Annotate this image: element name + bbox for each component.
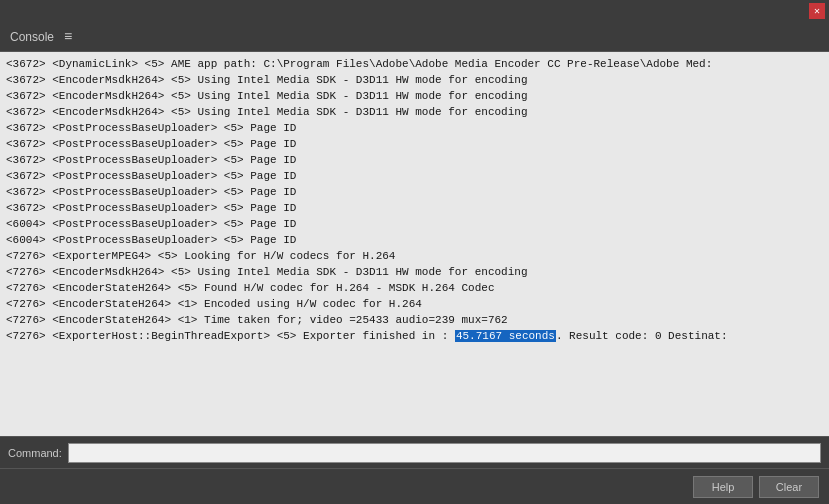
log-line: <3672> <PostProcessBaseUploader> <5> Pag… [6,136,823,152]
help-button[interactable]: Help [693,476,753,498]
clear-button[interactable]: Clear [759,476,819,498]
log-line: <3672> <EncoderMsdkH264> <5> Using Intel… [6,104,823,120]
command-label: Command: [8,447,62,459]
log-line: <3672> <PostProcessBaseUploader> <5> Pag… [6,200,823,216]
console-panel: Console ≡ <3672> <DynamicLink> <5> AME a… [0,22,829,504]
log-line: <7276> <ExporterMPEG4> <5> Looking for H… [6,248,823,264]
highlighted-text: 45.7167 seconds [455,330,556,342]
menu-icon[interactable]: ≡ [64,29,72,45]
log-line: <6004> <PostProcessBaseUploader> <5> Pag… [6,232,823,248]
log-line: <3672> <DynamicLink> <5> AME app path: C… [6,56,823,72]
log-line: <3672> <PostProcessBaseUploader> <5> Pag… [6,168,823,184]
command-bar: Command: [0,436,829,468]
log-line: <6004> <PostProcessBaseUploader> <5> Pag… [6,216,823,232]
close-icon: ✕ [814,5,820,17]
title-bar: ✕ [0,0,829,22]
log-line: <7276> <EncoderMsdkH264> <5> Using Intel… [6,264,823,280]
log-line: <7276> <ExporterHost::BeginThreadExport>… [6,328,823,344]
log-line: <7276> <EncoderStateH264> <5> Found H/W … [6,280,823,296]
close-button[interactable]: ✕ [809,3,825,19]
log-line: <7276> <EncoderStateH264> <1> Time taken… [6,312,823,328]
footer-bar: Help Clear [0,468,829,504]
log-line: <7276> <EncoderStateH264> <1> Encoded us… [6,296,823,312]
console-header: Console ≡ [0,22,829,52]
log-line: <3672> <PostProcessBaseUploader> <5> Pag… [6,152,823,168]
log-line: <3672> <EncoderMsdkH264> <5> Using Intel… [6,88,823,104]
console-title: Console [10,30,54,44]
log-content: <3672> <DynamicLink> <5> AME app path: C… [6,56,823,344]
command-input[interactable] [68,443,821,463]
log-area[interactable]: <3672> <DynamicLink> <5> AME app path: C… [0,52,829,436]
log-line: <3672> <EncoderMsdkH264> <5> Using Intel… [6,72,823,88]
log-line: <3672> <PostProcessBaseUploader> <5> Pag… [6,184,823,200]
log-line: <3672> <PostProcessBaseUploader> <5> Pag… [6,120,823,136]
